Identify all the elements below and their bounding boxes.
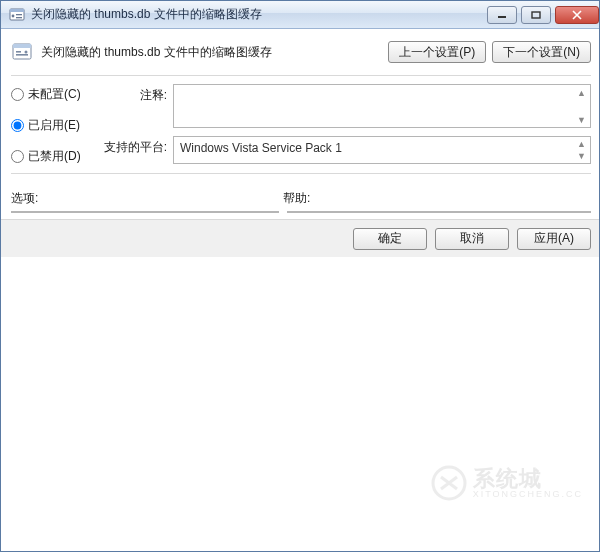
policy-title: 关闭隐藏的 thumbs.db 文件中的缩略图缓存 (41, 44, 272, 61)
config-row: 未配置(C) 已启用(E) 已禁用(D) 注释: ▲ ▼ (11, 84, 591, 171)
platform-row: 支持的平台: Windows Vista Service Pack 1 ▲ ▼ (103, 136, 591, 164)
window-titlebar: 关闭隐藏的 thumbs.db 文件中的缩略图缓存 (1, 1, 600, 29)
scroll-up-icon[interactable]: ▲ (574, 138, 589, 150)
svg-rect-6 (532, 12, 540, 18)
window-controls (483, 6, 599, 24)
platform-value: Windows Vista Service Pack 1 (180, 141, 342, 155)
comment-row: 注释: ▲ ▼ (103, 84, 591, 128)
ok-button[interactable]: 确定 (353, 228, 427, 250)
window-title: 关闭隐藏的 thumbs.db 文件中的缩略图缓存 (31, 6, 483, 23)
platform-label: 支持的平台: (103, 136, 167, 156)
help-pane: 关闭隐藏的 thumbs.db 文件中的缩略图缓存。 使用此策略设置可配置 Wi… (287, 211, 591, 213)
comment-label: 注释: (103, 84, 167, 104)
radio-not-configured[interactable]: 未配置(C) (11, 86, 89, 103)
radio-not-configured-input[interactable] (11, 88, 24, 101)
header-row: 关闭隐藏的 thumbs.db 文件中的缩略图缓存 上一个设置(P) 下一个设置… (11, 37, 591, 73)
radio-disabled[interactable]: 已禁用(D) (11, 148, 89, 165)
options-label: 选项: (11, 190, 283, 207)
svg-rect-9 (16, 51, 21, 53)
next-setting-button[interactable]: 下一个设置(N) (492, 41, 591, 63)
scroll-down-icon[interactable]: ▼ (574, 113, 589, 126)
cancel-button[interactable]: 取消 (435, 228, 509, 250)
button-bar: 确定 取消 应用(A) (1, 219, 600, 257)
scroll-up-icon[interactable]: ▲ (574, 86, 589, 99)
svg-rect-4 (16, 17, 22, 18)
comment-textbox[interactable]: ▲ ▼ (173, 84, 591, 128)
watermark: 系统城 XITONGCHENG.CC (431, 465, 583, 501)
help-label: 帮助: (283, 190, 310, 207)
platform-textbox: Windows Vista Service Pack 1 ▲ ▼ (173, 136, 591, 164)
svg-point-2 (12, 14, 15, 17)
svg-rect-1 (10, 9, 24, 12)
apply-button[interactable]: 应用(A) (517, 228, 591, 250)
svg-rect-3 (16, 14, 22, 15)
close-button[interactable] (555, 6, 599, 24)
svg-point-11 (25, 51, 28, 54)
content-area: 关闭隐藏的 thumbs.db 文件中的缩略图缓存 上一个设置(P) 下一个设置… (1, 29, 600, 219)
radio-enabled-input[interactable] (11, 119, 24, 132)
svg-point-12 (433, 467, 465, 499)
options-pane (11, 211, 279, 213)
radio-enabled-label: 已启用(E) (28, 117, 80, 134)
watermark-url: XITONGCHENG.CC (473, 490, 583, 499)
radio-disabled-input[interactable] (11, 150, 24, 163)
policy-icon (11, 41, 33, 63)
radio-enabled[interactable]: 已启用(E) (11, 117, 89, 134)
radio-not-configured-label: 未配置(C) (28, 86, 81, 103)
panes: 关闭隐藏的 thumbs.db 文件中的缩略图缓存。 使用此策略设置可配置 Wi… (11, 211, 591, 213)
previous-setting-button[interactable]: 上一个设置(P) (388, 41, 486, 63)
svg-rect-10 (16, 54, 28, 56)
minimize-button[interactable] (487, 6, 517, 24)
radio-disabled-label: 已禁用(D) (28, 148, 81, 165)
svg-rect-5 (498, 16, 506, 18)
watermark-name: 系统城 (473, 467, 583, 490)
divider (11, 173, 591, 174)
maximize-button[interactable] (521, 6, 551, 24)
platform-scrollbar[interactable]: ▲ ▼ (574, 138, 589, 162)
scroll-down-icon[interactable]: ▼ (574, 150, 589, 162)
middle-labels: 选项: 帮助: (11, 182, 591, 211)
radio-group: 未配置(C) 已启用(E) 已禁用(D) (11, 84, 89, 165)
divider (11, 75, 591, 76)
comment-scrollbar[interactable]: ▲ ▼ (574, 86, 589, 126)
window-icon (9, 7, 25, 23)
svg-rect-8 (13, 44, 31, 48)
